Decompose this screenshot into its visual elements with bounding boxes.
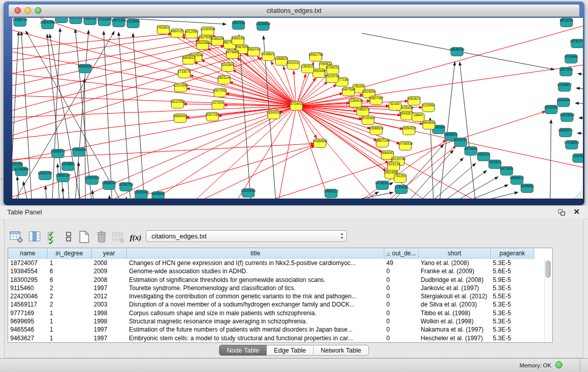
graph-node[interactable]: 10719195 bbox=[97, 18, 112, 26]
graph-edge[interactable] bbox=[477, 192, 518, 199]
network-view-window[interactable]: citations_edges.txt 14055724206914061065… bbox=[4, 2, 584, 205]
table-row[interactable]: 1938455462009Genome-wide association stu… bbox=[8, 267, 552, 275]
graph-node[interactable]: 16210742 bbox=[325, 74, 340, 83]
tab-node-table[interactable]: Node Table bbox=[219, 345, 267, 356]
graph-node[interactable]: 8675685 bbox=[226, 50, 239, 59]
graph-node[interactable]: 16961758 bbox=[309, 53, 323, 61]
graph-node[interactable]: 18807249 bbox=[375, 139, 390, 147]
graph-node[interactable]: 14055724 bbox=[13, 18, 28, 27]
column-header-in_degree[interactable]: in_degree bbox=[48, 248, 92, 259]
graph-node[interactable]: 19384554 bbox=[313, 139, 328, 148]
network-canvas[interactable]: 1405572420691406106532871527602646616010… bbox=[12, 18, 583, 199]
graph-edge[interactable] bbox=[296, 106, 389, 199]
graph-edge[interactable] bbox=[63, 188, 63, 199]
graph-edge[interactable] bbox=[46, 186, 47, 199]
graph-node[interactable]: 6479197 bbox=[454, 138, 467, 147]
table-row[interactable]: 1456911722003Disruption of a novel membe… bbox=[8, 300, 552, 309]
graph-node[interactable]: 9115460 bbox=[422, 103, 435, 112]
graph-node[interactable]: 9215953 bbox=[545, 105, 558, 114]
graph-node[interactable]: 6794022 bbox=[326, 65, 339, 74]
table-row[interactable]: 977716911998Corpus callosum shape and si… bbox=[8, 309, 552, 317]
graph-node[interactable]: 8454749 bbox=[247, 48, 260, 56]
graph-node[interactable]: 1588520 bbox=[275, 57, 288, 65]
table-row[interactable]: 946554611997Estimation of the future num… bbox=[8, 325, 552, 334]
graph-node[interactable]: 8912954 bbox=[185, 30, 198, 38]
graph-node[interactable]: 9129946 bbox=[564, 55, 578, 63]
graph-node[interactable]: 6466160 bbox=[83, 18, 97, 25]
graph-node[interactable]: 5466166 bbox=[231, 36, 245, 45]
graph-node[interactable]: 19654923 bbox=[402, 126, 417, 135]
tab-network-table[interactable]: Network Table bbox=[314, 345, 369, 356]
graph-node[interactable]: 9890812 bbox=[182, 56, 195, 64]
graph-node[interactable]: 20053346 bbox=[78, 64, 93, 73]
graph-node[interactable]: 9227343 bbox=[559, 68, 573, 76]
graph-node[interactable]: 1733426 bbox=[395, 185, 408, 194]
graph-node[interactable]: 18724007 bbox=[289, 102, 304, 111]
select-columns-icon[interactable] bbox=[46, 230, 60, 244]
graph-edge[interactable] bbox=[465, 185, 508, 199]
graph-node[interactable]: 6497568 bbox=[342, 87, 355, 96]
graph-node[interactable]: 8813054 bbox=[560, 18, 573, 27]
graph-node[interactable]: 9463627 bbox=[407, 97, 421, 105]
graph-edge[interactable] bbox=[460, 62, 475, 199]
graph-edge[interactable] bbox=[177, 106, 296, 199]
graph-node[interactable]: 22420046 bbox=[241, 189, 256, 198]
graph-edge[interactable] bbox=[576, 88, 583, 90]
graph-edge[interactable] bbox=[577, 133, 583, 134]
column-header-short[interactable]: short bbox=[419, 248, 491, 259]
graph-node[interactable]: 752254 bbox=[394, 174, 406, 183]
graph-node[interactable]: 12923446 bbox=[134, 190, 149, 199]
graph-node[interactable]: 14671355 bbox=[112, 18, 126, 27]
graph-edge[interactable] bbox=[92, 190, 94, 199]
graph-edge[interactable] bbox=[575, 103, 583, 104]
graph-node[interactable]: 9975887 bbox=[61, 162, 75, 171]
graph-node[interactable]: 19756928 bbox=[398, 142, 413, 150]
graph-node[interactable]: 16782759 bbox=[119, 183, 134, 191]
graph-edge[interactable] bbox=[126, 197, 127, 199]
graph-node[interactable]: 12093872 bbox=[557, 83, 572, 92]
graph-node[interactable]: 8186328 bbox=[211, 37, 224, 46]
graph-node[interactable]: 16543382 bbox=[195, 41, 210, 50]
graph-node[interactable]: 20206576 bbox=[51, 149, 66, 158]
column-header-pagerank[interactable]: pagerank bbox=[491, 248, 534, 259]
graph-node[interactable]: 7986372 bbox=[356, 107, 369, 116]
column-header-year[interactable]: year bbox=[92, 248, 127, 259]
graph-node[interactable]: 8471626 bbox=[500, 167, 513, 176]
table-settings-icon[interactable] bbox=[9, 230, 24, 244]
graph-edge[interactable] bbox=[362, 192, 379, 199]
graph-node[interactable]: 9660125 bbox=[170, 29, 184, 38]
graph-edge[interactable] bbox=[12, 94, 296, 106]
table-row[interactable]: 1830029562008Estimation of significance … bbox=[8, 276, 552, 284]
graph-node[interactable]: 8222037 bbox=[287, 61, 300, 70]
graph-node[interactable]: 15720407 bbox=[361, 116, 376, 125]
graph-node[interactable]: 18300295 bbox=[267, 111, 281, 119]
row-height-icon[interactable] bbox=[61, 230, 76, 244]
column-header-title[interactable]: title bbox=[127, 248, 384, 259]
graph-node[interactable]: 2803144 bbox=[217, 76, 231, 84]
function-builder-icon[interactable]: f(x) bbox=[128, 230, 143, 244]
graph-node[interactable]: 1527602 bbox=[69, 18, 82, 24]
collapse-handle-icon[interactable]: › bbox=[1, 176, 2, 182]
graph-node[interactable]: 8427552 bbox=[213, 89, 227, 97]
graph-edge[interactable] bbox=[296, 24, 583, 106]
graph-node[interactable]: 3242844 bbox=[221, 63, 234, 72]
graph-node[interactable]: 12942757 bbox=[38, 171, 53, 180]
create-table-icon[interactable] bbox=[77, 230, 91, 244]
table-selector-dropdown[interactable]: citations_edges.txt ▴▾ bbox=[146, 230, 347, 242]
graph-node[interactable]: 21364436 bbox=[349, 99, 363, 107]
canvas-resize-grip-icon[interactable] bbox=[575, 191, 582, 198]
graph-edge[interactable] bbox=[294, 71, 296, 106]
graph-edge[interactable] bbox=[362, 146, 456, 199]
graph-edge[interactable] bbox=[109, 195, 110, 199]
table-row[interactable]: 1872400712008Changes of HCN gene express… bbox=[8, 259, 552, 267]
graph-edge[interactable] bbox=[12, 35, 186, 63]
graph-node[interactable]: 2718176 bbox=[178, 70, 191, 78]
graph-edge[interactable] bbox=[296, 106, 317, 139]
graph-node[interactable]: 1615132 bbox=[387, 162, 400, 171]
graph-node[interactable]: 16648794 bbox=[450, 48, 465, 56]
graph-node[interactable]: 9465546 bbox=[151, 192, 165, 199]
graph-node[interactable]: 10688609 bbox=[369, 126, 384, 135]
table-row[interactable]: 911546021997Tourette syndrome. Phenomeno… bbox=[8, 284, 552, 292]
table-scrollbar[interactable] bbox=[544, 259, 552, 342]
graph-node[interactable]: 1244419 bbox=[557, 98, 570, 107]
